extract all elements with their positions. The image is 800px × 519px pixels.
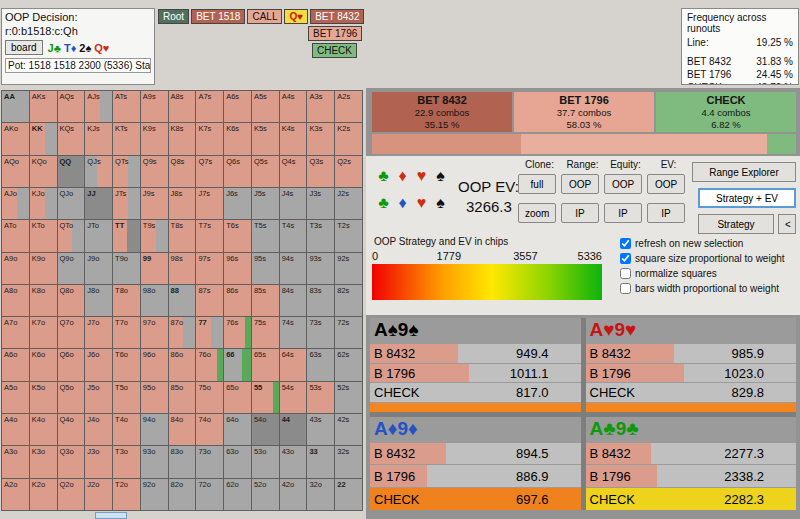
cell-62o[interactable]: 62o [224, 479, 252, 511]
cell-92s[interactable]: 92s [335, 253, 363, 285]
cell-A8o[interactable]: A8o [2, 285, 30, 317]
range-ip-button[interactable]: IP [561, 203, 599, 223]
cell-A4s[interactable]: A4s [280, 91, 308, 123]
board-button[interactable]: board [5, 40, 43, 55]
bars-width-checkbox[interactable]: bars width proportional to weight [620, 283, 785, 294]
cell-32o[interactable]: 32o [307, 479, 335, 511]
cell-44[interactable]: 44 [280, 414, 308, 446]
cell-65s[interactable]: 65s [252, 349, 280, 381]
cell-Q8o[interactable]: Q8o [58, 285, 86, 317]
cell-75s[interactable]: 75s [252, 317, 280, 349]
cell-66[interactable]: 66 [224, 349, 252, 381]
cell-K6o[interactable]: K6o [30, 349, 58, 381]
cell-53s[interactable]: 53s [307, 382, 335, 414]
cell-J3s[interactable]: J3s [307, 188, 335, 220]
cell-K7o[interactable]: K7o [30, 317, 58, 349]
bars-width-checkbox-input[interactable] [620, 283, 631, 294]
cell-T9o[interactable]: T9o [113, 253, 141, 285]
cell-74o[interactable]: 74o [196, 414, 224, 446]
cell-Q7s[interactable]: Q7s [196, 156, 224, 188]
cell-A5s[interactable]: A5s [252, 91, 280, 123]
cell-KK[interactable]: KK [30, 123, 58, 155]
cell-22[interactable]: 22 [335, 479, 363, 511]
cell-JTo[interactable]: JTo [85, 220, 113, 252]
cell-KJo[interactable]: KJo [30, 188, 58, 220]
cell-53o[interactable]: 53o [252, 446, 280, 478]
range-oop-button[interactable]: OOP [561, 174, 599, 194]
cell-J8o[interactable]: J8o [85, 285, 113, 317]
breadcrumb-root[interactable]: Root [158, 9, 189, 24]
cell-97s[interactable]: 97s [196, 253, 224, 285]
equity-ip-button[interactable]: IP [604, 203, 642, 223]
strategy-ev-button[interactable]: Strategy + EV [698, 188, 796, 208]
cell-KTo[interactable]: KTo [30, 220, 58, 252]
cell-72s[interactable]: 72s [335, 317, 363, 349]
cell-T3o[interactable]: T3o [113, 446, 141, 478]
cell-52o[interactable]: 52o [252, 479, 280, 511]
action-box-bet-8432[interactable]: BET 843222.9 combos35.15 % [372, 92, 512, 132]
cell-54s[interactable]: 54s [280, 382, 308, 414]
cell-75o[interactable]: 75o [196, 382, 224, 414]
cell-93o[interactable]: 93o [141, 446, 169, 478]
cell-Q5s[interactable]: Q5s [252, 156, 280, 188]
cell-76s[interactable]: 76s [224, 317, 252, 349]
cell-AQs[interactable]: AQs [58, 91, 86, 123]
cell-AQo[interactable]: AQo [2, 156, 30, 188]
cell-JTs[interactable]: JTs [113, 188, 141, 220]
cell-J4s[interactable]: J4s [280, 188, 308, 220]
cell-A8s[interactable]: A8s [169, 91, 197, 123]
collapse-button[interactable]: < [778, 214, 796, 234]
ev-oop-button[interactable]: OOP [647, 174, 685, 194]
cell-J9o[interactable]: J9o [85, 253, 113, 285]
breadcrumb-bet-8432[interactable]: BET 8432 [310, 9, 364, 24]
cell-76o[interactable]: 76o [196, 349, 224, 381]
cell-Q2s[interactable]: Q2s [335, 156, 363, 188]
cell-J3o[interactable]: J3o [85, 446, 113, 478]
cell-83s[interactable]: 83s [307, 285, 335, 317]
cell-A2s[interactable]: A2s [335, 91, 363, 123]
cell-43s[interactable]: 43s [307, 414, 335, 446]
cell-Q6s[interactable]: Q6s [224, 156, 252, 188]
cell-J6s[interactable]: J6s [224, 188, 252, 220]
cell-T5o[interactable]: T5o [113, 382, 141, 414]
cell-A2o[interactable]: A2o [2, 479, 30, 511]
action-box-bet-1796[interactable]: BET 179637.7 combos58.03 % [514, 92, 654, 132]
cell-63s[interactable]: 63s [307, 349, 335, 381]
breadcrumb-turn-qh[interactable]: Q♥ [284, 9, 308, 24]
cell-J8s[interactable]: J8s [169, 188, 197, 220]
cell-KTs[interactable]: KTs [113, 123, 141, 155]
cell-KQs[interactable]: KQs [58, 123, 86, 155]
cell-J5s[interactable]: J5s [252, 188, 280, 220]
cell-QJs[interactable]: QJs [85, 156, 113, 188]
spade-icon[interactable]: ♠ [431, 164, 450, 191]
cell-A7o[interactable]: A7o [2, 317, 30, 349]
cell-ATo[interactable]: ATo [2, 220, 30, 252]
cell-87s[interactable]: 87s [196, 285, 224, 317]
cell-T2o[interactable]: T2o [113, 479, 141, 511]
cell-A7s[interactable]: A7s [196, 91, 224, 123]
diamond-icon[interactable]: ♦ [393, 191, 412, 218]
cell-QTs[interactable]: QTs [113, 156, 141, 188]
cell-K7s[interactable]: K7s [196, 123, 224, 155]
cell-73s[interactable]: 73s [307, 317, 335, 349]
cell-42s[interactable]: 42s [335, 414, 363, 446]
cell-Q5o[interactable]: Q5o [58, 382, 86, 414]
cell-A6s[interactable]: A6s [224, 91, 252, 123]
cell-32s[interactable]: 32s [335, 446, 363, 478]
cell-T3s[interactable]: T3s [307, 220, 335, 252]
cell-33[interactable]: 33 [307, 446, 335, 478]
diamond-icon[interactable]: ♦ [393, 164, 412, 191]
cell-98s[interactable]: 98s [169, 253, 197, 285]
cell-99[interactable]: 99 [141, 253, 169, 285]
cell-K9o[interactable]: K9o [30, 253, 58, 285]
cell-Q7o[interactable]: Q7o [58, 317, 86, 349]
cell-54o[interactable]: 54o [252, 414, 280, 446]
cell-87o[interactable]: 87o [169, 317, 197, 349]
cell-82s[interactable]: 82s [335, 285, 363, 317]
clone-zoom-button[interactable]: zoom [518, 203, 556, 223]
cell-JJ[interactable]: JJ [85, 188, 113, 220]
breadcrumb-bet-1796[interactable]: BET 1796 [308, 26, 362, 41]
cell-Q8s[interactable]: Q8s [169, 156, 197, 188]
cell-QQ[interactable]: QQ [58, 156, 86, 188]
cell-AA[interactable]: AA [2, 91, 30, 123]
